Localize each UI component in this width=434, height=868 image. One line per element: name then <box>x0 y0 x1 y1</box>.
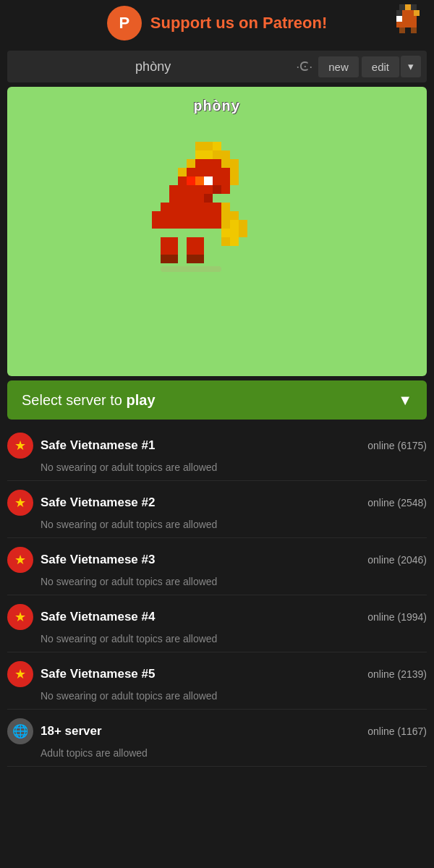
svg-rect-87 <box>169 237 178 246</box>
edit-button[interactable]: edit <box>362 56 399 77</box>
svg-rect-66 <box>187 211 195 220</box>
svg-rect-88 <box>187 237 195 246</box>
svg-rect-28 <box>178 168 187 176</box>
svg-rect-75 <box>178 220 187 229</box>
header-dropdown-button[interactable]: ▾ <box>401 56 421 77</box>
server-item[interactable]: ★ Safe Vietnamese #4 online (1994) No sw… <box>7 595 427 652</box>
svg-rect-83 <box>221 229 230 237</box>
svg-rect-37 <box>195 176 204 185</box>
svg-rect-92 <box>161 246 169 255</box>
new-button[interactable]: new <box>318 56 359 77</box>
svg-rect-16 <box>204 142 213 150</box>
svg-rect-97 <box>169 255 178 263</box>
server-item[interactable]: ★ Safe Vietnamese #1 online (6175) No sw… <box>7 424 427 481</box>
svg-rect-67 <box>195 211 204 220</box>
svg-rect-18 <box>195 150 204 159</box>
svg-rect-80 <box>221 220 230 229</box>
server-description: No swearing or adult topics are allowed <box>41 576 427 587</box>
svg-rect-63 <box>161 211 169 220</box>
svg-rect-79 <box>213 220 221 229</box>
svg-rect-4 <box>402 10 408 16</box>
svg-rect-2 <box>411 4 417 10</box>
server-status: online (1994) <box>367 611 427 623</box>
svg-rect-31 <box>204 168 213 176</box>
svg-rect-50 <box>178 194 187 203</box>
svg-rect-48 <box>221 185 230 194</box>
svg-rect-52 <box>195 194 204 203</box>
patreon-banner[interactable]: P Support us on Patreon! <box>0 0 434 46</box>
svg-rect-86 <box>161 237 169 246</box>
svg-rect-61 <box>221 203 230 211</box>
select-server-button[interactable]: Select server to play ▼ <box>7 380 427 420</box>
svg-rect-20 <box>213 150 221 159</box>
svg-rect-94 <box>187 246 195 255</box>
svg-rect-55 <box>169 203 178 211</box>
flag-vietnam-icon: ★ <box>7 490 33 516</box>
svg-rect-47 <box>213 185 221 194</box>
server-description: No swearing or adult topics are allowed <box>41 519 427 530</box>
svg-rect-95 <box>195 246 204 255</box>
svg-rect-98 <box>187 255 195 263</box>
svg-rect-13 <box>399 27 405 33</box>
svg-rect-6 <box>414 10 420 16</box>
svg-rect-57 <box>187 203 195 211</box>
svg-rect-74 <box>169 220 178 229</box>
svg-rect-15 <box>195 142 204 150</box>
svg-rect-12 <box>411 22 417 27</box>
chevron-down-icon: ▼ <box>398 392 412 409</box>
svg-rect-77 <box>195 220 204 229</box>
server-item[interactable]: 🌐 18+ server online (1167) Adult topics … <box>7 710 427 767</box>
svg-rect-44 <box>187 185 195 194</box>
server-description: No swearing or adult topics are allowed <box>41 633 427 644</box>
svg-rect-72 <box>152 220 161 229</box>
flag-vietnam-icon: ★ <box>7 433 33 459</box>
pony-name-label: phòny <box>193 98 240 115</box>
svg-rect-84 <box>230 229 239 237</box>
svg-rect-32 <box>213 168 221 176</box>
svg-rect-43 <box>178 185 187 194</box>
flag-vietnam-icon: ★ <box>7 661 33 687</box>
svg-rect-11 <box>405 22 411 27</box>
svg-rect-64 <box>169 211 178 220</box>
svg-rect-1 <box>405 4 411 10</box>
svg-rect-58 <box>195 203 204 211</box>
dot-icon: ·Ͼ· <box>296 59 312 75</box>
svg-rect-14 <box>411 27 417 33</box>
svg-rect-91 <box>230 237 239 246</box>
server-name: Safe Vietnamese #5 <box>41 667 155 681</box>
svg-rect-17 <box>213 142 221 150</box>
svg-rect-24 <box>204 159 213 168</box>
svg-rect-38 <box>204 176 213 185</box>
pony-preview: phòny <box>7 87 427 376</box>
server-description: No swearing or adult topics are allowed <box>41 461 427 473</box>
svg-rect-22 <box>187 159 195 168</box>
server-item[interactable]: ★ Safe Vietnamese #3 online (2046) No sw… <box>7 538 427 595</box>
svg-rect-90 <box>221 237 230 246</box>
server-item[interactable]: ★ Safe Vietnamese #5 online (2139) No sw… <box>7 652 427 710</box>
svg-rect-8 <box>396 16 402 22</box>
server-name: Safe Vietnamese #3 <box>41 553 155 567</box>
svg-rect-62 <box>152 211 161 220</box>
svg-rect-100 <box>161 266 221 272</box>
svg-rect-26 <box>221 159 230 168</box>
svg-rect-34 <box>230 168 239 176</box>
svg-rect-36 <box>187 176 195 185</box>
svg-rect-76 <box>187 220 195 229</box>
pony-sprite <box>116 130 318 347</box>
svg-rect-78 <box>204 220 213 229</box>
svg-rect-33 <box>221 168 230 176</box>
svg-rect-45 <box>195 185 204 194</box>
username-label: phòny <box>13 59 293 75</box>
server-name: Safe Vietnamese #2 <box>41 495 155 510</box>
server-item[interactable]: ★ Safe Vietnamese #2 online (2548) No sw… <box>7 481 427 538</box>
svg-rect-89 <box>195 237 204 246</box>
server-description: Adult topics are allowed <box>41 747 427 759</box>
server-name: Safe Vietnamese #1 <box>41 438 155 453</box>
svg-rect-85 <box>239 229 247 237</box>
patreon-logo-icon: P <box>107 6 142 41</box>
svg-rect-56 <box>178 203 187 211</box>
svg-rect-81 <box>230 220 239 229</box>
svg-rect-59 <box>204 203 213 211</box>
svg-rect-39 <box>213 176 221 185</box>
svg-rect-46 <box>204 185 213 194</box>
